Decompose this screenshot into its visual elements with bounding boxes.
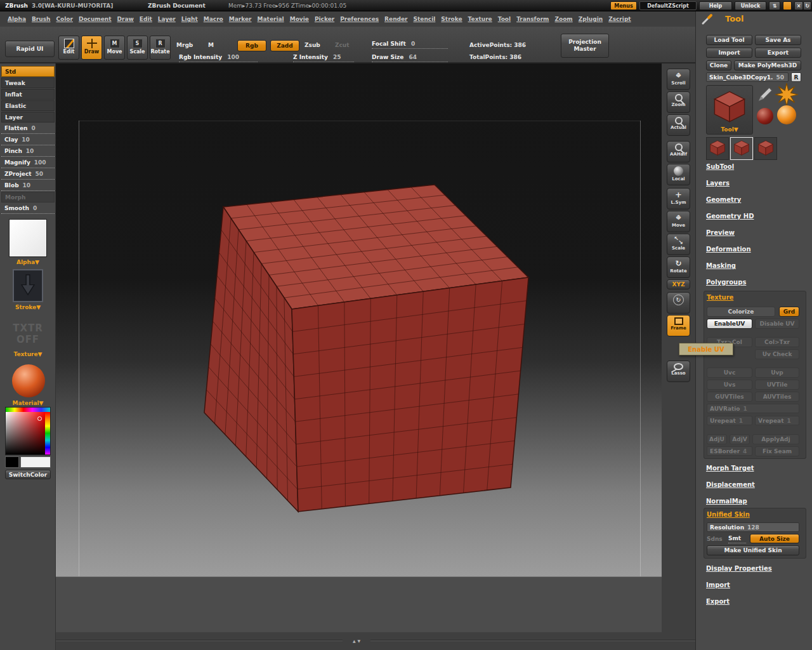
tool-flyout-label[interactable]: Tool▼ bbox=[707, 126, 752, 133]
focal-shift-slider[interactable]: Focal Shift 0 bbox=[372, 41, 448, 49]
xform-gyro-button[interactable]: ↻ bbox=[667, 292, 690, 314]
rgb-intensity-slider[interactable]: Rgb Intensity 100 bbox=[179, 54, 258, 62]
menu-tool[interactable]: Tool bbox=[498, 16, 511, 22]
menu-light[interactable]: Light bbox=[181, 16, 198, 22]
enable-uv-button[interactable]: EnableUV bbox=[707, 319, 752, 329]
zcut-button[interactable]: Zcut bbox=[335, 42, 350, 48]
tray-resize-grip[interactable]: ▲ ▼ bbox=[343, 637, 370, 645]
current-tool-thumbnail[interactable]: Tool▼ bbox=[706, 85, 753, 135]
menu-zoom[interactable]: Zoom bbox=[554, 16, 572, 22]
menu-material[interactable]: Material bbox=[258, 16, 284, 22]
menu-color[interactable]: Color bbox=[56, 16, 73, 22]
brush-std[interactable]: Std bbox=[1, 66, 55, 77]
fix-seam-button[interactable]: Fix Seam bbox=[755, 446, 799, 456]
edit-tool-button[interactable]: Edit bbox=[58, 36, 79, 60]
menu-document[interactable]: Document bbox=[79, 16, 112, 22]
rapid-ui-button[interactable]: Rapid UI bbox=[5, 41, 55, 57]
brush-tweak[interactable]: Tweak bbox=[1, 77, 55, 88]
xform-xyz-button[interactable]: XYZ bbox=[667, 279, 690, 289]
guvtiles-button[interactable]: GUVTiles bbox=[707, 392, 752, 402]
smt-button[interactable]: Smt bbox=[728, 534, 746, 543]
section-preview[interactable]: Preview bbox=[706, 229, 754, 246]
brush-morph[interactable]: Morph bbox=[1, 192, 55, 202]
make-polymesh3d-button[interactable]: Make PolyMesh3D bbox=[734, 60, 801, 70]
recent-tool-thumb-1[interactable] bbox=[706, 137, 729, 160]
m-button[interactable]: M bbox=[208, 42, 214, 48]
menu-stencil[interactable]: Stencil bbox=[414, 16, 436, 22]
section-morph-target[interactable]: Morph Target bbox=[706, 465, 755, 481]
palette-color-icon[interactable] bbox=[783, 1, 792, 10]
uvtile-button[interactable]: UVTile bbox=[755, 380, 799, 390]
section-geometry-hd[interactable]: Geometry HD bbox=[706, 213, 754, 229]
menu-brush[interactable]: Brush bbox=[32, 16, 50, 22]
esborder-slider[interactable]: ESBorder 4 bbox=[707, 446, 752, 456]
colorize-button[interactable]: Colorize bbox=[707, 307, 775, 317]
help-button[interactable]: Help bbox=[699, 1, 732, 10]
section-subtool[interactable]: SubTool bbox=[706, 163, 754, 180]
texture-off-thumbnail[interactable]: TXTR OFF bbox=[0, 322, 56, 345]
switch-color-button[interactable]: SwitchColor bbox=[5, 470, 51, 479]
xform-local-button[interactable]: Local bbox=[667, 164, 690, 185]
xform-scale-button[interactable]: ↖↘Scale bbox=[667, 234, 690, 255]
xform-actual-button[interactable]: Actual bbox=[667, 114, 690, 136]
menu-marker[interactable]: Marker bbox=[229, 16, 252, 22]
scale-tool-button[interactable]: SScale bbox=[127, 36, 148, 60]
clone-button[interactable]: Clone bbox=[706, 60, 731, 70]
section-display-properties[interactable]: Display Properties bbox=[706, 565, 772, 581]
rgb-button[interactable]: Rgb bbox=[237, 40, 266, 51]
hue-strip-vertical[interactable] bbox=[45, 412, 50, 454]
default-zscript-button[interactable]: DefaultZScript bbox=[639, 1, 697, 10]
section-import[interactable]: Import bbox=[706, 581, 772, 598]
menu-render[interactable]: Render bbox=[384, 16, 407, 22]
shrink-ui-icon[interactable]: ⇅ bbox=[769, 1, 780, 10]
zadd-button[interactable]: Zadd bbox=[270, 40, 299, 51]
uv-check-button[interactable]: Uv Check bbox=[755, 349, 799, 359]
menu-draw[interactable]: Draw bbox=[117, 16, 134, 22]
menu-layer[interactable]: Layer bbox=[158, 16, 176, 22]
draw-size-slider[interactable]: Draw Size 64 bbox=[372, 54, 448, 62]
hue-strip-horizontal[interactable] bbox=[6, 408, 50, 412]
close-palette-icon[interactable]: × bbox=[794, 1, 803, 10]
document-canvas[interactable] bbox=[56, 63, 662, 632]
make-unified-skin-button[interactable]: Make Unified Skin bbox=[707, 545, 799, 555]
menu-texture[interactable]: Texture bbox=[468, 16, 492, 22]
move-tool-button[interactable]: MMove bbox=[104, 36, 125, 60]
menu-picker[interactable]: Picker bbox=[315, 16, 334, 22]
section-displacement[interactable]: Displacement bbox=[706, 481, 755, 498]
material-sphere-thumbnail[interactable] bbox=[12, 364, 45, 397]
brush-elastic[interactable]: Elastic bbox=[1, 100, 55, 111]
zsub-button[interactable]: Zsub bbox=[304, 42, 320, 48]
auvtiles-button[interactable]: AUVTiles bbox=[755, 392, 799, 402]
brush-smooth[interactable]: Smooth0 bbox=[1, 203, 55, 214]
uvp-button[interactable]: Uvp bbox=[755, 368, 799, 378]
menu-edit[interactable]: Edit bbox=[140, 16, 152, 22]
xform-move-button[interactable]: ↔↕Move bbox=[667, 211, 690, 232]
mrgb-button[interactable]: Mrgb bbox=[176, 42, 193, 48]
section-geometry[interactable]: Geometry bbox=[706, 196, 754, 213]
menus-button[interactable]: Menus bbox=[610, 1, 637, 10]
xform-scroll-button[interactable]: ↔↕Scroll bbox=[667, 69, 690, 90]
menu-stroke[interactable]: Stroke bbox=[441, 16, 462, 22]
menu-movie[interactable]: Movie bbox=[290, 16, 309, 22]
adju-button[interactable]: AdjU bbox=[707, 434, 727, 444]
save-as-button[interactable]: Save As bbox=[755, 35, 801, 45]
menu-zplugin[interactable]: Zplugin bbox=[579, 16, 603, 22]
z-intensity-slider[interactable]: Z Intensity 25 bbox=[293, 54, 354, 62]
quick-pick-sphere-orange-icon[interactable] bbox=[777, 105, 796, 124]
r-button[interactable]: R bbox=[791, 72, 801, 82]
section-deformation[interactable]: Deformation bbox=[706, 246, 754, 262]
brush-magnify[interactable]: Magnify100 bbox=[1, 157, 55, 168]
section-layers[interactable]: Layers bbox=[706, 180, 754, 196]
main-color-swatch[interactable] bbox=[20, 456, 51, 468]
xform-rotate-button[interactable]: ↻Rotate bbox=[667, 256, 690, 278]
stroke-flyout[interactable]: Stroke▼ bbox=[0, 304, 56, 310]
xform-lasso-button[interactable]: Lasso bbox=[667, 361, 690, 382]
stroke-thumbnail[interactable] bbox=[13, 269, 43, 302]
col-to-txr-button[interactable]: Col>Txr bbox=[755, 337, 799, 347]
brush-zproject[interactable]: ZProject50 bbox=[1, 169, 55, 180]
draw-tool-button[interactable]: Draw bbox=[81, 36, 102, 60]
auvratio-slider[interactable]: AUVRatio 1 bbox=[707, 404, 799, 413]
recent-tool-thumb-3[interactable] bbox=[754, 137, 777, 160]
auto-size-button[interactable]: Auto Size bbox=[750, 534, 799, 543]
brush-flatten[interactable]: Flatten0 bbox=[1, 123, 55, 134]
